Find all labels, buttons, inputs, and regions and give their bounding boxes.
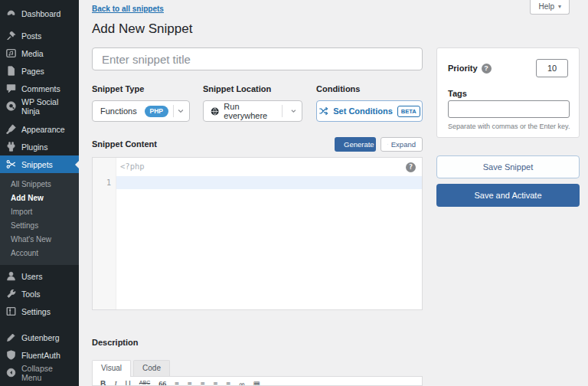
submenu-account[interactable]: Account xyxy=(0,246,79,260)
sidebar-item-gutenberg[interactable]: Gutenberg xyxy=(0,329,79,346)
submenu-add-new[interactable]: Add New xyxy=(0,191,79,204)
submenu-settings[interactable]: Settings xyxy=(0,218,79,232)
back-to-snippets-link[interactable]: Back to all snippets xyxy=(92,5,164,13)
snippet-type-value: Functions xyxy=(100,106,137,116)
editor-active-line xyxy=(116,176,422,189)
sidebar-item-label: Dashboard xyxy=(21,9,60,18)
expand-label: Expand xyxy=(391,140,416,149)
shield-icon xyxy=(6,350,16,360)
conditions-label: Conditions xyxy=(316,84,360,93)
link-icon[interactable]: ∞ xyxy=(239,379,244,386)
sidebar-item-label: Collapse Menu xyxy=(21,364,73,382)
help-button[interactable]: Help ▾ xyxy=(530,0,570,15)
sidebar-item-media[interactable]: Media xyxy=(0,44,79,62)
page-title: Add New Snippet xyxy=(92,21,192,37)
divider xyxy=(282,105,283,117)
sidebar-item-users[interactable]: Users xyxy=(0,267,79,285)
submenu-all-snippets[interactable]: All Snippets xyxy=(0,177,79,191)
sidebar-item-wp-social-ninja[interactable]: WP Social Ninja xyxy=(0,97,79,115)
sidebar-item-fluentauth[interactable]: FluentAuth xyxy=(0,346,79,364)
set-conditions-button[interactable]: Set Conditions BETA xyxy=(316,100,423,122)
sidebar-item-label: FluentAuth xyxy=(21,351,60,360)
sidebar-item-collapse-menu[interactable]: Collapse Menu xyxy=(0,364,79,381)
gutenberg-pencil-icon xyxy=(6,332,16,342)
globe-icon xyxy=(211,106,219,116)
beta-badge: BETA xyxy=(397,106,420,117)
submenu-whats-new[interactable]: What's New xyxy=(0,232,79,246)
priority-input[interactable] xyxy=(536,59,568,77)
sidebar-item-posts[interactable]: Posts xyxy=(0,27,79,44)
settings-panel-icon xyxy=(6,306,16,316)
sidebar-item-label: Posts xyxy=(21,31,41,41)
sidebar-item-dashboard[interactable]: Dashboard xyxy=(0,5,79,22)
editor-gutter: 1 xyxy=(93,158,116,309)
align-center-icon[interactable]: ≡ xyxy=(214,379,218,386)
snippet-location-select[interactable]: Run everywhere xyxy=(203,100,302,122)
sidebar-item-label: Settings xyxy=(21,307,51,316)
generate-button[interactable]: Generate xyxy=(335,137,376,152)
chevron-down-icon xyxy=(177,107,185,115)
snippet-settings-card: Priority ? Tags Separate with commas or … xyxy=(436,47,580,138)
sidebar-item-comments[interactable]: Comments xyxy=(0,80,79,97)
save-snippet-button[interactable]: Save Snippet xyxy=(436,155,580,178)
sidebar-item-label: Gutenberg xyxy=(21,333,60,342)
appearance-brush-icon xyxy=(6,124,16,134)
scissors-icon xyxy=(6,159,16,169)
bullet-list-icon[interactable]: ≡ xyxy=(175,379,179,386)
comment-bubble-icon xyxy=(6,83,16,93)
description-toolbar: B I U ABC 66 ≡ ≡ ≡ ≡ ≡ ∞ ▦ xyxy=(92,376,423,386)
page-icon xyxy=(6,66,16,76)
expand-button[interactable]: Expand xyxy=(381,137,423,152)
plugin-icon xyxy=(6,142,16,152)
editor-code-area[interactable]: <?php ? xyxy=(116,158,422,309)
strikethrough-icon[interactable]: ABC xyxy=(139,379,150,386)
priority-help-icon[interactable]: ? xyxy=(482,64,492,74)
sidebar-item-settings[interactable]: Settings xyxy=(0,303,79,320)
tab-visual[interactable]: Visual xyxy=(92,360,131,376)
tab-code[interactable]: Code xyxy=(133,360,170,376)
sidebar-item-label: Tools xyxy=(21,290,41,299)
tools-wrench-icon xyxy=(6,289,16,299)
divider xyxy=(173,105,174,117)
save-and-activate-button[interactable]: Save and Activate xyxy=(436,184,580,207)
submenu-import[interactable]: Import xyxy=(0,204,79,218)
users-icon xyxy=(6,271,16,281)
dashboard-icon xyxy=(6,9,16,19)
description-label: Description xyxy=(92,338,139,347)
underline-icon[interactable]: U xyxy=(126,379,131,386)
pushpin-icon xyxy=(6,31,16,41)
sidebar-item-tools[interactable]: Tools xyxy=(0,285,79,303)
sidebar-item-label: Plugins xyxy=(21,142,47,152)
numbered-list-icon[interactable]: ≡ xyxy=(188,379,192,386)
code-editor[interactable]: 1 <?php ? xyxy=(92,157,423,310)
sidebar-item-plugins[interactable]: Plugins xyxy=(0,138,79,155)
sidebar-item-snippets[interactable]: Snippets xyxy=(0,155,79,173)
align-right-icon[interactable]: ≡ xyxy=(227,379,231,386)
main-content: Back to all snippets Help ▾ Add New Snip… xyxy=(79,0,588,386)
bold-icon[interactable]: B xyxy=(100,379,106,386)
sidebar-item-pages[interactable]: Pages xyxy=(0,62,79,80)
sidebar-item-appearance[interactable]: Appearance xyxy=(0,120,79,138)
keyboard-icon[interactable]: ▦ xyxy=(253,379,260,386)
shuffle-icon xyxy=(318,106,328,116)
tags-input[interactable] xyxy=(448,100,570,118)
admin-sidebar: Dashboard Posts Media Pages Comments WP … xyxy=(0,0,79,386)
set-conditions-label: Set Conditions xyxy=(333,106,393,116)
editor-help-icon[interactable]: ? xyxy=(406,162,416,172)
snippet-type-select[interactable]: Functions PHP xyxy=(92,100,190,122)
snippet-location-label: Snippet Location xyxy=(203,84,271,93)
chevron-down-icon xyxy=(290,107,297,115)
sidebar-item-label: Users xyxy=(21,272,42,281)
align-left-icon[interactable]: ≡ xyxy=(201,379,205,386)
italic-icon[interactable]: I xyxy=(114,379,116,386)
php-open-tag: <?php xyxy=(120,162,145,171)
snippet-title-input[interactable] xyxy=(92,47,423,70)
sidebar-item-label: Appearance xyxy=(21,125,65,134)
wp-social-ninja-icon xyxy=(6,101,16,111)
sidebar-item-label: Pages xyxy=(21,67,44,76)
sidebar-item-label: WP Social Ninja xyxy=(21,97,73,116)
media-icon xyxy=(6,48,16,58)
blockquote-icon[interactable]: 66 xyxy=(158,379,166,386)
snippet-content-label: Snippet Content xyxy=(92,139,157,149)
app-window: Dashboard Posts Media Pages Comments WP … xyxy=(0,0,588,386)
